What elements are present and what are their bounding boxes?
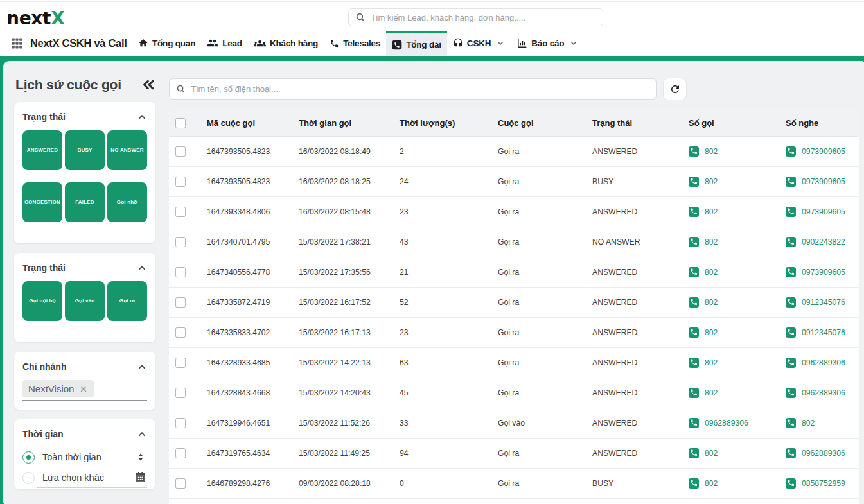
top-header: nextX Tìm kiếm Lead, khách hàng, đơn hàn… (0, 0, 864, 30)
phone-number[interactable]: 0973909605 (802, 268, 845, 277)
time-option-label: Toàn thời gian (42, 452, 136, 462)
chevron-up-icon[interactable] (137, 361, 147, 372)
close-icon[interactable] (79, 385, 88, 394)
cell-call-id: 1647340556.4778 (200, 257, 292, 287)
filter-button[interactable]: Gọi nội bộ (22, 281, 62, 321)
cell-callee: 0962889306 (779, 347, 859, 378)
row-checkbox[interactable] (175, 297, 186, 308)
phone-number[interactable]: 0962889306 (802, 358, 845, 367)
phone-number[interactable]: 802 (705, 358, 718, 367)
row-checkbox[interactable] (175, 267, 186, 277)
time-option[interactable]: Lựa chọn khác (22, 467, 147, 488)
col-header-so-nghe: Số nghe (779, 110, 859, 136)
row-checkbox[interactable] (175, 388, 186, 398)
cell-call-type: Gọi ra (491, 468, 586, 498)
filter-button[interactable]: Gọi vào (65, 281, 105, 321)
phone-number[interactable]: 802 (802, 419, 815, 428)
col-header-so-goi: Số gọi (682, 110, 779, 136)
phone-number[interactable]: 0912345076 (802, 328, 845, 337)
chevron-up-icon[interactable] (137, 429, 147, 439)
nav-item-telesales[interactable]: Telesales (324, 30, 386, 56)
phone-number[interactable]: 0962889306 (705, 419, 748, 428)
cell-call-time: 15/03/2022 16:17:13 (292, 317, 393, 347)
phone-number[interactable]: 802 (705, 479, 718, 488)
filter-button[interactable]: NO ANSWER (107, 130, 147, 170)
filter-button[interactable]: BUSY (65, 130, 105, 170)
radio-checked[interactable] (22, 451, 35, 464)
cell-call-id: 1647393505.4823 (200, 166, 292, 196)
phone-number[interactable]: 802 (705, 177, 718, 186)
radio-unchecked[interactable] (22, 472, 35, 484)
cell-callee: 802 (779, 408, 859, 438)
nextx-logo[interactable]: nextX (6, 8, 64, 29)
filter-card-title: Trạng thái (22, 112, 66, 122)
phone-number[interactable]: 0973909605 (802, 147, 845, 156)
row-checkbox[interactable] (175, 418, 186, 428)
filter-card-title: Thời gian (22, 429, 64, 439)
cell-call-id: 1647393348.4806 (200, 196, 292, 227)
phone-number[interactable]: 0962889306 (802, 449, 845, 458)
phone-number[interactable]: 0858752959 (802, 479, 845, 488)
nav-item-cskh[interactable]: CSKH (447, 30, 511, 56)
row-checkbox[interactable] (175, 358, 186, 368)
cell-status: BUSY (586, 468, 682, 498)
phone-number[interactable]: 802 (705, 238, 718, 247)
cell-duration: 0 (393, 468, 491, 498)
col-header-ma-cuoc-goi: Mã cuộc gọi (200, 110, 292, 136)
cell-status: ANSWERED (586, 378, 682, 408)
row-checkbox[interactable] (175, 448, 186, 458)
time-option[interactable]: Toàn thời gian (22, 448, 147, 467)
phone-number[interactable]: 802 (705, 147, 718, 156)
row-checkbox[interactable] (175, 177, 186, 187)
select-all-checkbox[interactable] (175, 118, 186, 128)
chevron-up-icon[interactable] (137, 112, 147, 122)
global-search-input[interactable]: Tìm kiếm Lead, khách hàng, đơn hàng,.... (348, 8, 603, 26)
filter-button[interactable]: FAILED (65, 182, 105, 222)
cell-call-id: 1647319765.4634 (200, 438, 292, 468)
chevron-up-icon[interactable] (137, 263, 147, 273)
collapse-sidebar-icon[interactable] (141, 78, 155, 92)
table-row: 1647340701.479515/03/2022 17:38:2143Gọi … (169, 227, 859, 257)
filter-button[interactable]: Gọi ra (107, 281, 147, 321)
phone-badge-icon (689, 388, 699, 398)
workspace-switcher[interactable]: NextX CSKH và Call (0, 30, 132, 56)
phone-number[interactable]: 802 (705, 207, 718, 216)
nav-item-label: Lead (222, 39, 242, 48)
phone-number[interactable]: 0912345076 (802, 298, 845, 307)
row-checkbox[interactable] (175, 207, 186, 217)
nav-item-tong-dai[interactable]: Tổng đài (386, 31, 447, 56)
phone-number[interactable]: 802 (705, 328, 718, 337)
table-row: 1647319765.463415/03/2022 11:49:2594Gọi … (169, 438, 859, 468)
filter-button[interactable]: ANSWERED (22, 130, 62, 170)
cell-call-id: 1646789298.4276 (200, 468, 292, 498)
phone-number[interactable]: 0962889306 (802, 388, 845, 397)
table-row: 1647328843.466815/03/2022 14:20:4345Gọi … (169, 378, 859, 408)
cell-duration: 24 (393, 166, 491, 196)
nav-item-bao-cao[interactable]: Báo cáo (511, 30, 584, 56)
phone-number[interactable]: 0973909605 (802, 207, 845, 216)
cell-call-id: 1647328933.4685 (200, 347, 292, 378)
phone-badge-icon (689, 478, 699, 489)
filter-button[interactable]: Gọi nhỡ (107, 182, 147, 222)
filter-card-1: Trạng tháiGọi nội bộGọi vàoGọi ra (14, 253, 155, 342)
nav-item-lead[interactable]: Lead (201, 30, 248, 56)
branch-input[interactable]: NextVision (22, 380, 147, 401)
nav-item-tong-quan[interactable]: Tổng quan (132, 30, 201, 56)
row-checkbox[interactable] (175, 327, 186, 338)
refresh-icon (669, 83, 681, 95)
row-checkbox[interactable] (175, 478, 186, 489)
phone-number[interactable]: 802 (705, 298, 718, 307)
row-checkbox[interactable] (175, 146, 186, 157)
phone-number[interactable]: 802 (705, 268, 718, 277)
refresh-button[interactable] (663, 78, 687, 100)
phone-number[interactable]: 0902243822 (802, 238, 845, 247)
cell-call-type: Gọi ra (491, 317, 586, 347)
phone-number[interactable]: 802 (705, 449, 718, 458)
phone-number[interactable]: 0973909605 (802, 177, 845, 186)
filter-button[interactable]: CONGESTION (22, 182, 62, 222)
row-checkbox[interactable] (175, 237, 186, 247)
table-search-input[interactable]: Tìm tên, số điện thoại,... (169, 78, 657, 100)
cell-callee: 0973909605 (779, 257, 859, 287)
nav-item-khach-hang[interactable]: Khách hàng (248, 30, 324, 56)
phone-number[interactable]: 802 (705, 388, 718, 397)
